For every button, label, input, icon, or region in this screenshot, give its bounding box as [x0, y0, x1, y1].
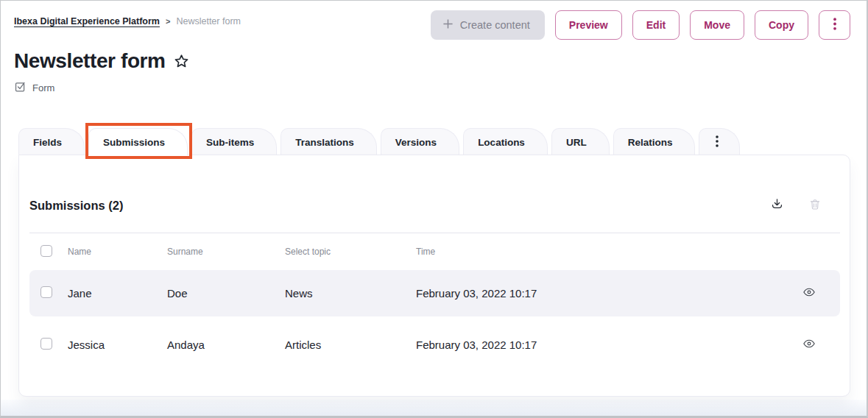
- bookmark-star-icon[interactable]: [173, 53, 190, 70]
- title-row: Newsletter form: [14, 49, 867, 73]
- page-background-strip: [1, 400, 867, 416]
- eye-icon: [802, 286, 816, 301]
- table-row[interactable]: Jane Doe News February 03, 2022 10:17: [29, 270, 840, 316]
- tab-submissions-label: Submissions: [103, 137, 165, 148]
- create-content-button[interactable]: Create content: [431, 10, 545, 40]
- tab-more[interactable]: [699, 128, 740, 155]
- tab-relations[interactable]: Relations: [613, 128, 696, 155]
- panel-toolbar: [770, 197, 822, 213]
- vertical-dots-icon: [716, 135, 719, 149]
- trash-icon: [808, 198, 822, 213]
- cell-surname: Doe: [167, 287, 285, 300]
- submissions-table: Name Surname Select topic Time Jane Doe …: [29, 233, 840, 368]
- cell-surname: Andaya: [167, 339, 285, 351]
- tab-translations[interactable]: Translations: [280, 128, 377, 155]
- submissions-panel: Submissions (2): [18, 155, 850, 397]
- cell-name: Jessica: [68, 339, 167, 351]
- table-header-row: Name Surname Select topic Time: [29, 233, 840, 270]
- form-type-icon: [14, 80, 27, 95]
- plus-icon: [442, 18, 454, 32]
- copy-button[interactable]: Copy: [755, 10, 808, 40]
- vertical-dots-icon: [833, 18, 836, 32]
- select-all-cell: [29, 245, 68, 259]
- breadcrumb-root-link[interactable]: Ibexa Digital Experience Platform: [14, 16, 160, 26]
- download-icon: [770, 197, 784, 213]
- eye-icon: [802, 337, 816, 353]
- edit-button[interactable]: Edit: [632, 10, 680, 40]
- app-window: Ibexa Digital Experience Platform > News…: [0, 0, 868, 418]
- cell-name: Jane: [68, 287, 167, 300]
- view-submission-button[interactable]: [778, 337, 840, 353]
- page-title: Newsletter form: [14, 49, 166, 73]
- breadcrumb-current: Newsletter form: [176, 16, 241, 26]
- select-all-checkbox[interactable]: [40, 245, 52, 257]
- breadcrumb-separator: >: [166, 17, 170, 26]
- content-type-row: Form: [14, 80, 867, 95]
- cell-time: February 03, 2022 10:17: [416, 339, 778, 351]
- view-submission-button[interactable]: [778, 286, 840, 301]
- tab-versions[interactable]: Versions: [381, 128, 459, 155]
- download-submissions-button[interactable]: [770, 197, 784, 213]
- column-header-time: Time: [416, 247, 778, 257]
- breadcrumb: Ibexa Digital Experience Platform > News…: [14, 16, 241, 26]
- top-bar: Ibexa Digital Experience Platform > News…: [1, 1, 867, 40]
- tab-submissions[interactable]: Submissions: [88, 128, 188, 155]
- tab-bar: Fields Submissions Sub-items Translation…: [18, 128, 850, 155]
- cell-topic: News: [285, 287, 416, 300]
- tab-locations[interactable]: Locations: [463, 128, 548, 155]
- delete-submissions-button[interactable]: [808, 198, 822, 213]
- content-type-label: Form: [32, 82, 54, 93]
- tab-sub-items[interactable]: Sub-items: [191, 128, 277, 155]
- more-actions-button[interactable]: [819, 10, 850, 40]
- cell-topic: Articles: [285, 339, 416, 351]
- preview-button[interactable]: Preview: [555, 10, 622, 40]
- panel-header: Submissions (2): [19, 155, 850, 213]
- tab-fields[interactable]: Fields: [18, 128, 85, 155]
- tab-url[interactable]: URL: [551, 128, 610, 155]
- column-header-name: Name: [68, 247, 167, 257]
- column-header-topic: Select topic: [285, 247, 416, 257]
- cell-time: February 03, 2022 10:17: [416, 287, 778, 300]
- column-header-surname: Surname: [167, 247, 285, 257]
- create-content-label: Create content: [460, 19, 530, 31]
- panel-title: Submissions (2): [29, 199, 123, 213]
- row-check-cell: [29, 286, 68, 300]
- action-buttons: Create content Preview Edit Move Copy: [431, 10, 850, 40]
- move-button[interactable]: Move: [690, 10, 744, 40]
- row-check-cell: [29, 338, 68, 352]
- row-checkbox[interactable]: [40, 338, 52, 350]
- tab-view: Fields Submissions Sub-items Translation…: [1, 128, 867, 397]
- table-row[interactable]: Jessica Andaya Articles February 03, 202…: [29, 322, 840, 368]
- row-checkbox[interactable]: [40, 286, 52, 298]
